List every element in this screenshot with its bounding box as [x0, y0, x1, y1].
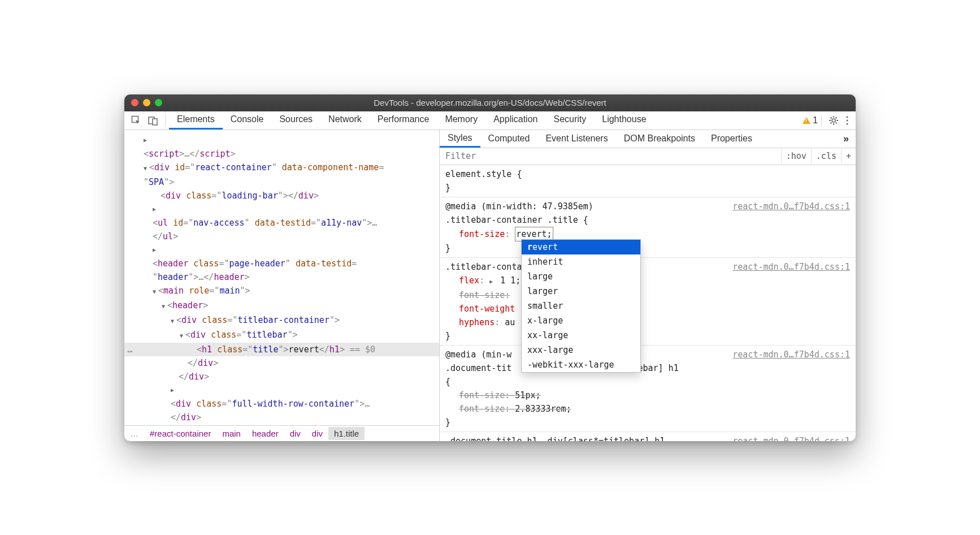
svg-line-11	[836, 117, 837, 118]
breadcrumb-item[interactable]: div	[284, 427, 306, 440]
main-tabs: ElementsConsoleSourcesNetworkPerformance…	[169, 111, 654, 130]
source-link[interactable]: react-mdn.0…f7b4d.css:1	[732, 260, 850, 274]
breadcrumb-item[interactable]: …	[124, 427, 144, 440]
collapse-arrow-icon[interactable]	[171, 313, 176, 328]
inspect-element-icon[interactable]	[128, 113, 145, 128]
dom-node[interactable]: <main role="main">	[124, 284, 439, 299]
expand-arrow-icon[interactable]	[153, 202, 158, 216]
css-rule-block[interactable]: react-mdn.0…f7b4d.css:1 @media (min-w .d…	[440, 346, 856, 432]
dom-node[interactable]: <div class="loading-bar"></div>	[124, 189, 439, 202]
expand-arrow-icon[interactable]	[144, 133, 149, 147]
dom-node[interactable]: <div class="full-width-row-container">…	[124, 383, 439, 411]
subtab-properties[interactable]: Properties	[703, 131, 760, 146]
breadcrumb-item[interactable]: main	[216, 427, 246, 440]
add-rule-button[interactable]: +	[841, 149, 856, 163]
device-toggle-icon[interactable]	[145, 113, 162, 128]
dom-node[interactable]: </div>	[124, 411, 439, 424]
dom-node[interactable]: <ul id="nav-access" data-testid="a11y-na…	[124, 202, 439, 230]
hov-toggle[interactable]: :hov	[781, 149, 811, 163]
collapse-arrow-icon[interactable]	[153, 284, 158, 299]
tab-sources[interactable]: Sources	[271, 111, 320, 130]
autocomplete-option[interactable]: -webkit-xxx-large	[522, 357, 640, 372]
subtab-event-listeners[interactable]: Event Listeners	[537, 131, 615, 146]
gear-icon[interactable]	[825, 113, 842, 128]
selector-line: .titlebar-container .title {	[445, 213, 850, 227]
styles-filter-input[interactable]	[440, 151, 781, 161]
dom-node[interactable]: <div id="react-container" data-component…	[124, 161, 439, 175]
source-link[interactable]: react-mdn.0…f7b4d.css:1	[732, 200, 850, 213]
kebab-menu-icon[interactable]	[842, 113, 852, 128]
expand-arrow-icon[interactable]	[171, 383, 176, 397]
styles-rules[interactable]: element.style { } react-mdn.0…f7b4d.css:…	[440, 165, 856, 441]
tab-performance[interactable]: Performance	[370, 111, 437, 130]
svg-line-8	[831, 117, 832, 118]
autocomplete-option[interactable]: revert	[522, 240, 640, 254]
css-rule-block[interactable]: react-mdn.0…f7b4d.css:1 .document-title …	[440, 432, 856, 441]
declaration-line-overridden[interactable]: font-size:	[445, 288, 850, 302]
svg-line-10	[831, 122, 832, 123]
dom-node[interactable]: "SPA">	[124, 175, 439, 189]
tab-lighthouse[interactable]: Lighthouse	[594, 111, 654, 130]
dom-tree[interactable]: <script>…</script><div id="react-contain…	[124, 130, 439, 425]
subtab-dom-breakpoints[interactable]: DOM Breakpoints	[616, 131, 703, 146]
breadcrumb-item[interactable]: div	[306, 427, 328, 440]
expand-shorthand-icon[interactable]	[489, 274, 495, 288]
devtools-window: DevTools - developer.mozilla.org/en-US/d…	[124, 94, 856, 441]
dom-node[interactable]: </div>	[124, 356, 439, 370]
autocomplete-option[interactable]: large	[522, 269, 640, 284]
breadcrumb-item[interactable]: h1.title	[328, 427, 365, 440]
toolbar-separator	[165, 115, 166, 126]
autocomplete-option[interactable]: x-large	[522, 313, 640, 328]
autocomplete-option[interactable]: xxx-large	[522, 343, 640, 357]
breadcrumb-item[interactable]: #react-container	[144, 427, 216, 440]
breadcrumb-item[interactable]: header	[246, 427, 284, 440]
dom-node[interactable]: <div class="titlebar">	[124, 328, 439, 343]
minimize-window-button[interactable]	[143, 99, 150, 106]
warnings-badge[interactable]: 1	[803, 115, 818, 126]
close-window-button[interactable]	[131, 99, 138, 106]
source-link[interactable]: react-mdn.0…f7b4d.css:1	[732, 348, 850, 361]
tab-application[interactable]: Application	[485, 111, 545, 130]
declaration-line[interactable]: font-size: revert;	[445, 227, 850, 241]
declaration-line[interactable]: font-weight	[445, 302, 850, 316]
autocomplete-option[interactable]: xx-large	[522, 328, 640, 343]
autocomplete-popup[interactable]: revertinheritlargelargersmallerx-largexx…	[521, 239, 641, 373]
dom-node[interactable]: <header>	[124, 299, 439, 313]
declaration-line[interactable]: hyphens: au	[445, 316, 850, 329]
autocomplete-option[interactable]: smaller	[522, 299, 640, 313]
dom-node[interactable]: <header class="page-header" data-testid=	[124, 243, 439, 270]
dom-node[interactable]: </header>	[124, 424, 439, 425]
css-rule-block[interactable]: react-mdn.0…f7b4d.css:1 @media (min-widt…	[440, 197, 856, 258]
collapse-arrow-icon[interactable]	[144, 161, 149, 175]
svg-rect-2	[153, 119, 157, 125]
collapse-arrow-icon[interactable]	[180, 328, 185, 343]
dom-node[interactable]: <div class="titlebar-container">	[124, 313, 439, 328]
subtab-computed[interactable]: Computed	[480, 131, 538, 146]
tab-security[interactable]: Security	[545, 111, 594, 130]
autocomplete-option[interactable]: larger	[522, 284, 640, 299]
declaration-line[interactable]: flex: 1 1;	[445, 274, 850, 288]
css-rule-block[interactable]: react-mdn.0…f7b4d.css:1 .titlebar-contai…	[440, 258, 856, 346]
dom-node[interactable]: </ul>	[124, 230, 439, 243]
dom-node[interactable]: <script>…</script>	[124, 133, 439, 161]
element-style-block[interactable]: element.style { }	[440, 165, 856, 197]
autocomplete-option[interactable]: inherit	[522, 254, 640, 269]
declaration-line-overridden[interactable]: font-size: 2.83333rem;	[445, 402, 850, 416]
dom-node[interactable]: …<h1 class="title">revert</h1> == $0	[124, 343, 439, 356]
cls-toggle[interactable]: .cls	[811, 149, 841, 163]
collapse-arrow-icon[interactable]	[162, 299, 167, 313]
expand-arrow-icon[interactable]	[153, 243, 158, 257]
tab-elements[interactable]: Elements	[169, 111, 223, 130]
svg-point-12	[846, 116, 848, 118]
dom-node[interactable]: </div>	[124, 370, 439, 383]
tab-memory[interactable]: Memory	[437, 111, 485, 130]
subtab-styles[interactable]: Styles	[440, 130, 480, 148]
declaration-line-overridden[interactable]: font-size: 51px;	[445, 389, 850, 402]
tab-console[interactable]: Console	[223, 111, 272, 130]
source-link[interactable]: react-mdn.0…f7b4d.css:1	[732, 434, 850, 441]
zoom-window-button[interactable]	[155, 99, 162, 106]
more-tabs-icon[interactable]: »	[836, 133, 856, 145]
dom-node[interactable]: "header">…</header>	[124, 270, 439, 284]
tab-network[interactable]: Network	[320, 111, 370, 130]
property-name: font-size	[459, 229, 505, 239]
